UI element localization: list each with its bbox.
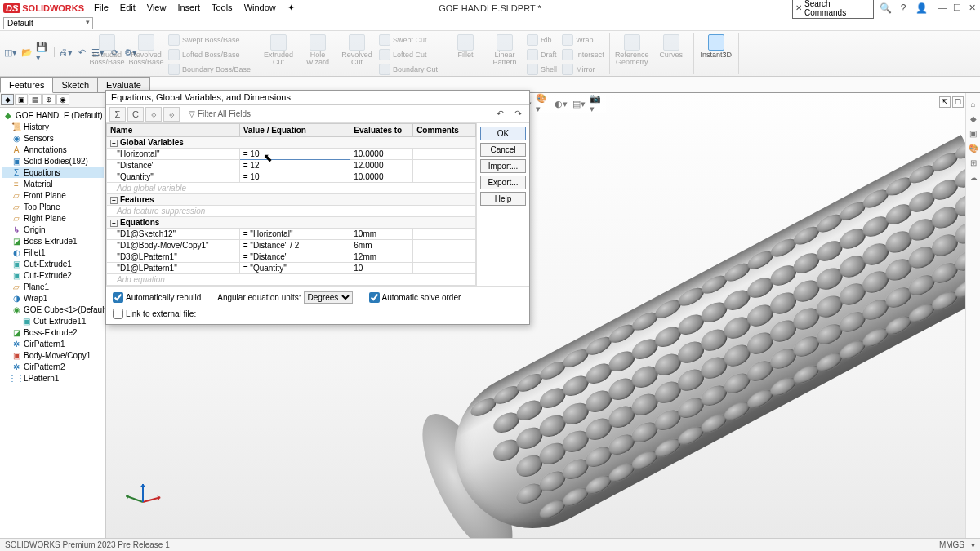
- ribbon-boundary-cut[interactable]: Boundary Cut: [379, 62, 438, 77]
- taskpane-appear-icon[interactable]: 🎨: [968, 142, 979, 153]
- menu-tools[interactable]: Tools: [207, 1, 238, 15]
- tree-tab-display-icon[interactable]: ◉: [56, 94, 69, 105]
- hud-display-icon[interactable]: 🎨▾: [536, 96, 550, 111]
- equation-row[interactable]: "D1@LPattern1"= "Quantity"10: [107, 263, 476, 274]
- tree-item-cirpattern1[interactable]: ✲CirPattern1: [2, 338, 104, 349]
- tree-item-cut-extrude11[interactable]: ▣Cut-Extrude11: [2, 315, 104, 327]
- tree-item-sensors[interactable]: ◉Sensors: [2, 132, 104, 144]
- menu-insert[interactable]: Insert: [172, 1, 205, 15]
- tree-tab-dim-icon[interactable]: ⊕: [42, 94, 56, 105]
- hud-scene-icon[interactable]: ◐▾: [554, 96, 568, 111]
- ribbon-fillet[interactable]: Fillet: [448, 33, 483, 77]
- window-close-icon[interactable]: ✕: [967, 2, 977, 13]
- user-icon[interactable]: 👤: [915, 2, 928, 15]
- menu-extras-icon[interactable]: ✦: [283, 1, 300, 15]
- ribbon-boundary-boss-base[interactable]: Boundary Boss/Base: [168, 62, 251, 77]
- dialog-filter[interactable]: ▽Filter All Fields: [186, 109, 253, 119]
- dlg-view1-icon[interactable]: Σ: [109, 107, 126, 122]
- import-button[interactable]: Import...: [480, 159, 526, 173]
- configuration-combo[interactable]: Default: [3, 17, 93, 29]
- tab-sketch[interactable]: Sketch: [52, 77, 98, 92]
- tree-item-material-not-specified-[interactable]: ≡Material: [2, 178, 104, 189]
- command-search[interactable]: ✕Search Commands: [792, 0, 874, 19]
- ribbon-draft[interactable]: Draft: [527, 47, 557, 62]
- tree-item-right-plane[interactable]: ▱Right Plane: [2, 212, 104, 224]
- menu-window[interactable]: Window: [239, 1, 281, 15]
- tree-item-history[interactable]: 📜History: [2, 121, 104, 132]
- ribbon-revolved-cut[interactable]: Revolved Cut: [340, 33, 374, 77]
- auto-solve-checkbox[interactable]: Automatic solve order: [369, 292, 461, 303]
- qat-save-icon[interactable]: 💾▾: [36, 46, 51, 59]
- qat-undo-icon[interactable]: ↶: [74, 46, 89, 59]
- cancel-button[interactable]: Cancel: [480, 143, 526, 157]
- ribbon-extruded-boss-base[interactable]: Extruded Boss/Base: [90, 33, 124, 77]
- window-minimize-icon[interactable]: —: [938, 2, 947, 13]
- equation-row[interactable]: "D3@LPattern1"= "Distance"12mm: [107, 251, 476, 263]
- ribbon-curves[interactable]: Curves: [654, 33, 688, 67]
- ribbon-swept-cut[interactable]: Swept Cut: [379, 33, 438, 47]
- dlg-redo-icon[interactable]: ↷: [510, 107, 526, 122]
- tree-item-solid-bodies-192-[interactable]: ▣Solid Bodies(192): [2, 155, 104, 167]
- ribbon-revolved-boss-base[interactable]: Revolved Boss/Base: [129, 33, 163, 77]
- menu-edit[interactable]: Edit: [115, 1, 140, 15]
- ribbon-mirror[interactable]: Mirror: [562, 62, 604, 77]
- window-maximize-icon[interactable]: ☐: [952, 2, 962, 13]
- status-units[interactable]: MMGS: [939, 540, 964, 549]
- dlg-view2-icon[interactable]: C: [127, 107, 144, 122]
- ribbon-wrap[interactable]: Wrap: [562, 33, 604, 47]
- taskpane-custom-icon[interactable]: ⊞: [968, 157, 979, 168]
- equations-table[interactable]: Name Value / Equation Evaluates to Comme…: [106, 123, 477, 286]
- auto-rebuild-checkbox[interactable]: Automatically rebuild: [113, 292, 201, 303]
- ribbon-reference-geometry[interactable]: Reference Geometry: [615, 33, 649, 67]
- tree-tab-config-icon[interactable]: ▤: [29, 94, 42, 105]
- ribbon-rib[interactable]: Rib: [527, 33, 557, 47]
- taskpane-design-icon[interactable]: ◆: [968, 113, 979, 124]
- ribbon-intersect[interactable]: Intersect: [562, 47, 604, 62]
- ribbon-linear-pattern[interactable]: Linear Pattern: [488, 33, 522, 77]
- tree-item-annotations[interactable]: AAnnotations: [2, 144, 104, 155]
- tree-item-equations[interactable]: ΣEquations: [2, 167, 104, 178]
- tree-item-boss-extrude1[interactable]: ◪Boss-Extrude1: [2, 235, 104, 247]
- tree-item-cut-extrude1[interactable]: ▣Cut-Extrude1: [2, 258, 104, 269]
- dlg-view3-icon[interactable]: ⟐: [145, 107, 162, 122]
- tree-tab-property-icon[interactable]: ▣: [15, 94, 28, 105]
- tree-tab-feature-icon[interactable]: ◆: [1, 94, 14, 105]
- tree-root[interactable]: ◆GOE HANDLE (Default) <<Default>: [2, 109, 104, 121]
- tree-item-fillet1[interactable]: ◐Fillet1: [2, 247, 104, 258]
- menu-file[interactable]: File: [89, 1, 114, 15]
- tree-item-plane1[interactable]: ▱Plane1: [2, 281, 104, 292]
- ribbon-swept-boss-base[interactable]: Swept Boss/Base: [168, 33, 251, 47]
- qat-open-icon[interactable]: 📂: [20, 46, 34, 59]
- angular-units-select[interactable]: Angular equation units: Degrees: [217, 291, 352, 304]
- ribbon-shell[interactable]: Shell: [527, 62, 557, 77]
- link-external-checkbox[interactable]: Link to external file:: [113, 309, 196, 319]
- tree-item-body-move-copy1[interactable]: ▣Body-Move/Copy1: [2, 349, 104, 361]
- ribbon-lofted-cut[interactable]: Lofted Cut: [379, 47, 438, 62]
- tree-item-boss-extrude2[interactable]: ◪Boss-Extrude2: [2, 327, 104, 338]
- status-extras-icon[interactable]: ▾: [971, 540, 975, 549]
- ribbon-lofted-boss-base[interactable]: Lofted Boss/Base: [168, 47, 251, 62]
- dlg-undo-icon[interactable]: ↶: [492, 107, 508, 122]
- tree-item-front-plane[interactable]: ▱Front Plane: [2, 189, 104, 201]
- menu-view[interactable]: View: [142, 1, 172, 15]
- equation-row[interactable]: "Quantity"= 1010.0000: [107, 171, 476, 183]
- tree-item-top-plane[interactable]: ▱Top Plane: [2, 201, 104, 212]
- taskpane-forum-icon[interactable]: ☁: [968, 171, 979, 183]
- tree-item-goe-cube-1-default-[interactable]: ◉GOE Cube<1>(Default): [2, 304, 104, 315]
- equation-row[interactable]: "Horizontal"= 1010.0000: [107, 149, 476, 160]
- taskpane-home-icon[interactable]: ⌂: [968, 98, 979, 109]
- hud-render-icon[interactable]: 📷▾: [590, 96, 604, 111]
- help-button[interactable]: Help: [480, 192, 526, 206]
- ribbon-instant3d[interactable]: Instant3D: [699, 33, 733, 59]
- dlg-view4-icon[interactable]: ⟐: [163, 107, 180, 122]
- export-button[interactable]: Export...: [480, 176, 526, 189]
- equation-row[interactable]: "Distance"= 1212.0000: [107, 160, 476, 171]
- qat-new-icon[interactable]: ◫▾: [3, 46, 18, 59]
- taskpane-prop-icon[interactable]: ▣: [968, 127, 979, 139]
- ribbon-hole-wizard[interactable]: Hole Wizard: [301, 33, 335, 77]
- equation-row[interactable]: "D1@Body-Move/Copy1"= "Distance" / 26mm: [107, 240, 476, 251]
- qat-print-icon[interactable]: 🖨▾: [58, 46, 73, 59]
- hud-apply-icon[interactable]: ▤▾: [572, 96, 586, 111]
- tree-item-cut-extrude2[interactable]: ▣Cut-Extrude2: [2, 269, 104, 281]
- tree-item-wrap1[interactable]: ◑Wrap1: [2, 292, 104, 304]
